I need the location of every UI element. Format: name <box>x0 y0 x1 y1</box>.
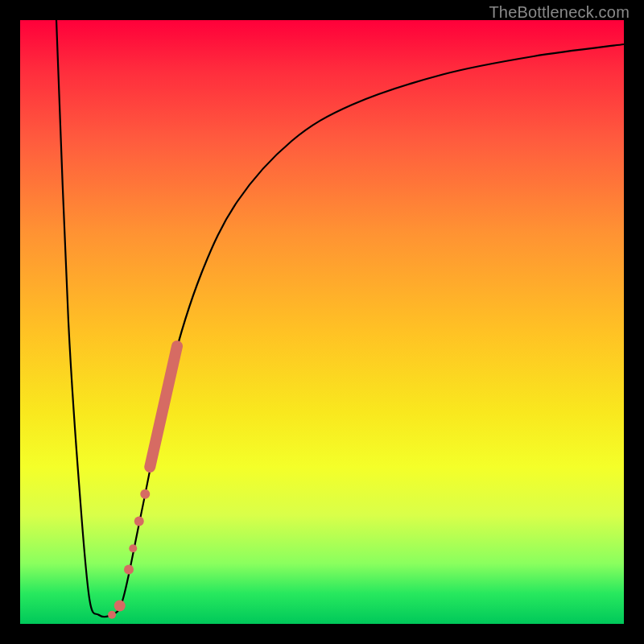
highlight-dot <box>114 601 126 612</box>
highlight-markers <box>108 346 177 619</box>
chart-frame: TheBottleneck.com <box>0 0 644 644</box>
highlight-dot <box>108 611 116 619</box>
watermark-text: TheBottleneck.com <box>489 3 630 22</box>
bottleneck-curve <box>56 20 624 617</box>
chart-plot-area <box>20 20 624 624</box>
highlight-dot <box>134 517 144 526</box>
highlight-dot <box>140 489 150 499</box>
highlight-dot <box>129 544 137 552</box>
chart-svg <box>20 20 624 624</box>
highlight-segment <box>150 346 177 467</box>
highlight-dot <box>124 565 134 575</box>
